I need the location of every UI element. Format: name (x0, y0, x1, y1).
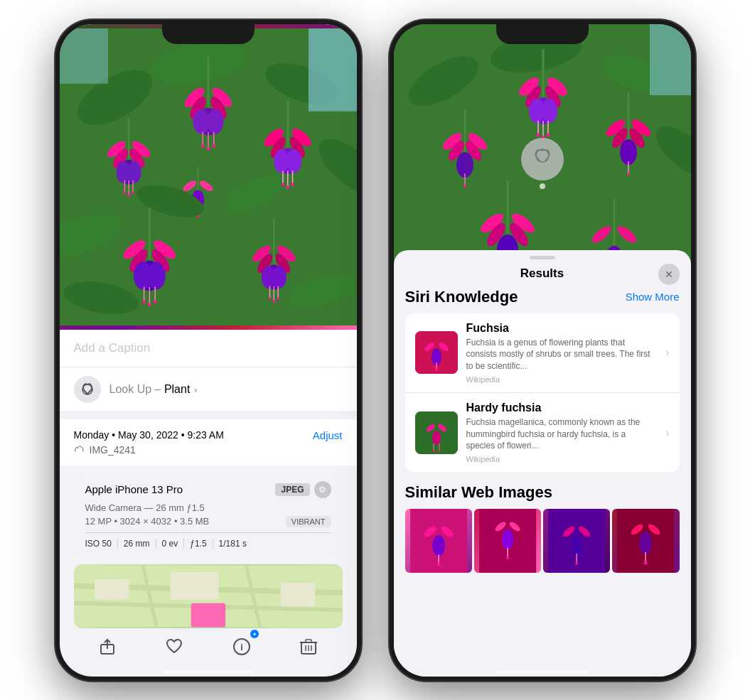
similar-image-3[interactable] (543, 509, 610, 573)
sheet-header: Results ✕ (394, 259, 691, 288)
svg-rect-97 (191, 603, 225, 627)
similar-image-4[interactable] (612, 509, 679, 573)
lookup-text: Look Up – (109, 383, 164, 395)
siri-knowledge-section: Siri Knowledge Show More (394, 288, 691, 473)
svg-point-19 (212, 144, 215, 147)
svg-point-41 (286, 149, 301, 173)
svg-point-181 (436, 563, 440, 566)
similar-images-section: Similar Web Images (394, 472, 691, 573)
map-area[interactable] (74, 564, 343, 628)
caption-area[interactable]: Add a Caption (60, 330, 357, 367)
svg-point-161 (540, 183, 545, 189)
svg-point-175 (438, 449, 440, 451)
svg-point-159 (521, 138, 564, 181)
similar-image-2[interactable] (474, 509, 541, 573)
photo-area[interactable] (60, 24, 357, 330)
caption-placeholder: Add a Caption (74, 341, 151, 355)
close-icon: ✕ (665, 269, 673, 280)
svg-point-193 (575, 562, 578, 565)
settings-icon[interactable]: ⚙ (314, 481, 331, 498)
svg-point-32 (127, 194, 130, 197)
svg-point-74 (272, 300, 275, 303)
svg-point-171 (432, 431, 441, 445)
notch (162, 20, 255, 44)
svg-point-125 (536, 133, 540, 136)
left-phone: Add a Caption Look Up – Plant › Monday •… (55, 20, 361, 681)
svg-point-127 (546, 133, 550, 136)
hardy-fuchsia-desc: Fuchsia magellanica, commonly known as t… (466, 416, 658, 452)
fuchsia-chevron: › (665, 346, 669, 359)
svg-rect-158 (650, 24, 691, 95)
similar-images-grid (405, 509, 680, 573)
fuchsia-desc: Fuchsia is a genus of flowering plants t… (466, 337, 658, 372)
svg-point-73 (268, 297, 271, 300)
svg-point-47 (291, 183, 294, 186)
date-row: Monday • May 30, 2022 • 9:23 AM Adjust (74, 429, 343, 441)
lookup-subject: Plant (164, 383, 190, 395)
svg-point-69 (272, 266, 286, 288)
filename: IMG_4241 (90, 444, 136, 456)
similar-image-1[interactable] (405, 509, 472, 573)
exif-iso: ISO 50 (85, 539, 118, 549)
format-group: JPEG ⚙ (275, 481, 331, 498)
svg-point-17 (200, 144, 204, 147)
svg-point-27 (127, 161, 141, 183)
svg-point-167 (435, 368, 438, 371)
svg-rect-95 (170, 572, 218, 600)
svg-text:✦: ✦ (252, 632, 257, 637)
right-phone: Results ✕ Siri Knowledge Show More (390, 20, 695, 681)
svg-point-59 (142, 300, 146, 303)
meta-section: Monday • May 30, 2022 • 9:23 AM Adjust I… (60, 419, 357, 465)
exif-aperture: ƒ1.5 (184, 539, 213, 549)
device-row: Apple iPhone 13 Pro JPEG ⚙ (85, 481, 331, 498)
hardy-fuchsia-content: Hardy fuchsia Fuchsia magellanica, commo… (466, 402, 658, 463)
knowledge-item-fuchsia[interactable]: Fuchsia Fuchsia is a genus of flowering … (405, 313, 680, 392)
svg-rect-94 (95, 578, 129, 599)
share-button[interactable] (92, 631, 123, 662)
svg-point-179 (432, 535, 445, 556)
show-more-button[interactable]: Show More (626, 291, 680, 303)
delete-button[interactable] (293, 631, 324, 662)
device-section: Apple iPhone 13 Pro JPEG ⚙ Wide Camera —… (74, 473, 343, 557)
lookup-chevron: › (191, 384, 197, 395)
favorite-button[interactable] (159, 631, 190, 662)
resolution: 12 MP • 3024 × 4032 • 3.5 MB (85, 516, 210, 527)
svg-point-191 (571, 536, 582, 556)
right-phone-screen: Results ✕ Siri Knowledge Show More (394, 24, 691, 677)
results-photo-area (394, 24, 691, 280)
similar-images-title: Similar Web Images (405, 483, 680, 502)
svg-point-141 (620, 139, 637, 165)
camera-specs: Wide Camera — 26 mm ƒ1.5 (85, 502, 331, 513)
exif-ev: 0 ev (156, 539, 185, 549)
svg-point-61 (153, 300, 156, 303)
cloud-icon (74, 444, 85, 456)
lookup-row[interactable]: Look Up – Plant › (60, 367, 357, 412)
svg-point-75 (277, 297, 279, 300)
svg-point-143 (627, 173, 630, 176)
vibrant-badge: VIBRANT (286, 516, 331, 527)
svg-point-31 (123, 191, 126, 194)
fuchsia-source: Wikipedia (466, 375, 658, 384)
siri-header: Siri Knowledge Show More (405, 288, 680, 306)
svg-point-187 (506, 556, 509, 559)
adjust-button[interactable]: Adjust (313, 429, 343, 441)
svg-rect-96 (280, 582, 314, 606)
results-sheet: Results ✕ Siri Knowledge Show More (394, 250, 691, 677)
knowledge-item-hardy-fuchsia[interactable]: Hardy fuchsia Fuchsia magellanica, commo… (405, 392, 680, 472)
home-indicator (162, 670, 255, 674)
svg-point-174 (432, 449, 434, 451)
svg-point-55 (147, 262, 165, 289)
svg-point-199 (644, 561, 648, 565)
sheet-title: Results (520, 266, 564, 281)
info-badge: ✦ (250, 630, 259, 638)
fuchsia-thumbnail (415, 331, 458, 374)
knowledge-card: Fuchsia Fuchsia is a genus of flowering … (405, 313, 680, 473)
left-phone-screen: Add a Caption Look Up – Plant › Monday •… (60, 24, 357, 677)
info-button[interactable]: i ✦ (226, 631, 257, 662)
svg-text:i: i (240, 642, 243, 652)
hardy-fuchsia-chevron: › (665, 426, 669, 439)
sheet-close-button[interactable]: ✕ (658, 264, 680, 285)
svg-rect-87 (60, 28, 108, 84)
svg-rect-105 (306, 640, 311, 642)
photo-date: Monday • May 30, 2022 • 9:23 AM (74, 429, 224, 441)
